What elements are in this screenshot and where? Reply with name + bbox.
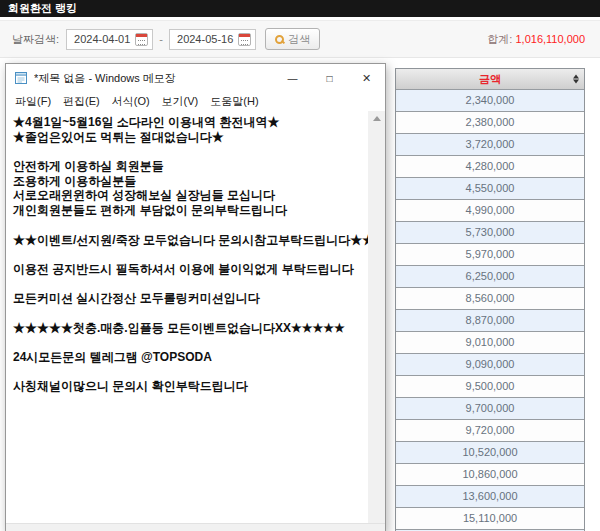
table-row: 9,010,000 bbox=[396, 331, 584, 353]
notepad-text-line bbox=[13, 365, 368, 380]
minimize-button[interactable]: — bbox=[274, 64, 311, 92]
menu-item[interactable]: 서식(O) bbox=[106, 94, 156, 109]
notepad-window: *제목 없음 - Windows 메모장 — □ ✕ 파일(F)편집(E)서식(… bbox=[5, 63, 386, 531]
table-row: 8,560,000 bbox=[396, 287, 584, 309]
screen: 회원환전 랭킹 날짜검색: 2024-04-01 - 2024-05-16 검색… bbox=[0, 0, 600, 531]
notepad-text-line: ★4월1일~5월16일 소다라인 이용내역 환전내역★ bbox=[13, 115, 368, 130]
sort-icon bbox=[573, 75, 579, 84]
notepad-window-title: *제목 없음 - Windows 메모장 bbox=[34, 71, 274, 86]
table-row: 15,110,000 bbox=[396, 507, 584, 529]
table-row: 4,280,000 bbox=[396, 155, 584, 177]
table-row: 2,340,000 bbox=[396, 89, 584, 111]
notepad-text-line bbox=[13, 218, 368, 233]
menu-item[interactable]: 파일(F) bbox=[9, 94, 57, 109]
notepad-titlebar[interactable]: *제목 없음 - Windows 메모장 — □ ✕ bbox=[6, 64, 385, 92]
calendar-icon[interactable] bbox=[238, 33, 251, 46]
window-controls: — □ ✕ bbox=[274, 64, 385, 92]
table-row: 10,520,000 bbox=[396, 441, 584, 463]
horizontal-scrollbar[interactable] bbox=[6, 523, 385, 531]
notepad-text-line: 사칭채널이많으니 문의시 확인부탁드립니다 bbox=[13, 379, 368, 394]
date-to-value: 2024-05-16 bbox=[177, 33, 233, 45]
search-button[interactable]: 검색 bbox=[265, 28, 320, 50]
notepad-text-line bbox=[13, 277, 368, 292]
notepad-text-line: 안전하게 이용하실 회원분들 bbox=[13, 159, 368, 174]
notepad-menubar: 파일(F)편집(E)서식(O)보기(V)도움말(H) bbox=[6, 92, 385, 111]
date-to-input[interactable]: 2024-05-16 bbox=[169, 29, 256, 50]
notepad-text-line: 서로오래윈윈하여 성장해보실 실장님들 모십니다 bbox=[13, 188, 368, 203]
menu-item[interactable]: 도움말(H) bbox=[204, 94, 264, 109]
amount-table: 금액 2,340,0002,380,0003,720,0004,280,0004… bbox=[395, 68, 585, 531]
notepad-text-line: 개인회원분들도 편하게 부담없이 문의부탁드립니다 bbox=[13, 203, 368, 218]
scroll-up-icon[interactable] bbox=[373, 116, 381, 121]
table-row: 4,550,000 bbox=[396, 177, 584, 199]
table-row: 3,720,000 bbox=[396, 133, 584, 155]
table-row: 6,250,000 bbox=[396, 265, 584, 287]
search-icon bbox=[275, 35, 284, 44]
notepad-text-line bbox=[13, 306, 368, 321]
notepad-text-line: 모든커미션 실시간정산 모두롤링커미션입니다 bbox=[13, 291, 368, 306]
table-row: 5,970,000 bbox=[396, 243, 584, 265]
menu-item[interactable]: 보기(V) bbox=[156, 94, 205, 109]
date-range-separator: - bbox=[159, 33, 163, 45]
total-label: 합계: bbox=[487, 33, 512, 45]
total-value: 1,016,110,000 bbox=[515, 33, 585, 45]
maximize-button[interactable]: □ bbox=[311, 64, 348, 92]
notepad-text-line: ★★★★★첫충.매충.입플등 모든이벤트없습니다XX★★★★★ bbox=[13, 321, 368, 336]
vertical-scrollbar[interactable] bbox=[368, 111, 385, 524]
amount-header-label: 금액 bbox=[479, 73, 501, 85]
amount-column-header[interactable]: 금액 bbox=[396, 69, 584, 89]
notepad-text-line: 조용하게 이용하실분들 bbox=[13, 174, 368, 189]
table-row: 4,990,000 bbox=[396, 199, 584, 221]
table-row: 9,090,000 bbox=[396, 353, 584, 375]
table-row: 10,860,000 bbox=[396, 463, 584, 485]
table-row: 2,380,000 bbox=[396, 111, 584, 133]
notepad-icon bbox=[14, 71, 28, 85]
notepad-text-line bbox=[13, 335, 368, 350]
menu-item[interactable]: 편집(E) bbox=[57, 94, 106, 109]
notepad-text-line bbox=[13, 144, 368, 159]
table-row: 8,870,000 bbox=[396, 309, 584, 331]
filter-bar: 날짜검색: 2024-04-01 - 2024-05-16 검색 합계: 1,0… bbox=[0, 20, 600, 58]
total-summary: 합계: 1,016,110,000 bbox=[487, 32, 585, 47]
notepad-text-line: 이용전 공지반드시 필독하셔서 이용에 불이익없게 부탁드립니다 bbox=[13, 262, 368, 277]
table-row: 9,700,000 bbox=[396, 397, 584, 419]
date-from-input[interactable]: 2024-04-01 bbox=[66, 29, 153, 50]
date-search-label: 날짜검색: bbox=[12, 32, 59, 47]
table-row: 9,500,000 bbox=[396, 375, 584, 397]
notepad-text-area[interactable]: ★4월1일~5월16일 소다라인 이용내역 환전내역★★졸업은있어도 먹튀는 절… bbox=[6, 111, 368, 524]
table-row: 5,730,000 bbox=[396, 221, 584, 243]
notepad-text-line: ★★이벤트/선지원/죽장 모두없습니다 문의시참고부탁드립니다★★ bbox=[13, 233, 368, 248]
date-from-value: 2024-04-01 bbox=[74, 33, 130, 45]
table-body: 2,340,0002,380,0003,720,0004,280,0004,55… bbox=[396, 89, 584, 531]
notepad-text-line: ★졸업은있어도 먹튀는 절대없습니다★ bbox=[13, 130, 368, 145]
search-button-label: 검색 bbox=[288, 32, 310, 47]
notepad-text-line bbox=[13, 247, 368, 262]
table-row: 9,720,000 bbox=[396, 419, 584, 441]
table-row: 13,600,000 bbox=[396, 485, 584, 507]
notepad-text-line: 24시모든문의 텔레그램 @TOPSODA bbox=[13, 350, 368, 365]
page-title: 회원환전 랭킹 bbox=[0, 0, 600, 17]
close-button[interactable]: ✕ bbox=[348, 64, 385, 92]
calendar-icon[interactable] bbox=[135, 33, 148, 46]
